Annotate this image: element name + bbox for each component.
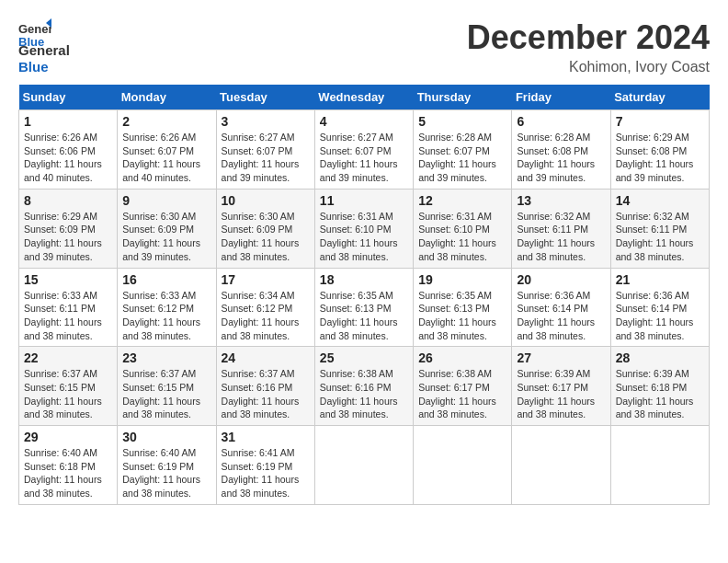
day-info: Sunrise: 6:36 AM Sunset: 6:14 PM Dayligh… (517, 289, 605, 343)
calendar-cell: 3Sunrise: 6:27 AM Sunset: 6:07 PM Daylig… (216, 110, 314, 190)
calendar-cell: 24Sunrise: 6:37 AM Sunset: 6:16 PM Dayli… (216, 347, 314, 426)
day-number: 12 (418, 193, 506, 208)
header-thursday: Thursday (414, 85, 512, 110)
day-number: 30 (122, 430, 210, 444)
calendar-cell: 1Sunrise: 6:26 AM Sunset: 6:06 PM Daylig… (19, 110, 118, 190)
day-info: Sunrise: 6:32 AM Sunset: 6:11 PM Dayligh… (616, 210, 704, 264)
svg-text:General: General (18, 22, 51, 36)
calendar-week-2: 8Sunrise: 6:29 AM Sunset: 6:09 PM Daylig… (19, 189, 710, 268)
calendar-cell: 11Sunrise: 6:31 AM Sunset: 6:10 PM Dayli… (314, 189, 413, 268)
day-number: 26 (418, 350, 506, 365)
day-number: 29 (24, 430, 112, 444)
day-info: Sunrise: 6:41 AM Sunset: 6:19 PM Dayligh… (222, 446, 310, 500)
day-info: Sunrise: 6:38 AM Sunset: 6:16 PM Dayligh… (320, 367, 408, 421)
logo-blue: Blue (18, 59, 70, 75)
day-info: Sunrise: 6:35 AM Sunset: 6:13 PM Dayligh… (418, 289, 506, 343)
day-number: 10 (222, 193, 310, 208)
day-info: Sunrise: 6:40 AM Sunset: 6:19 PM Dayligh… (122, 446, 210, 500)
day-number: 28 (616, 350, 704, 365)
header-monday: Monday (118, 85, 216, 110)
day-info: Sunrise: 6:36 AM Sunset: 6:14 PM Dayligh… (616, 289, 704, 343)
day-info: Sunrise: 6:27 AM Sunset: 6:07 PM Dayligh… (320, 131, 408, 185)
day-info: Sunrise: 6:30 AM Sunset: 6:09 PM Dayligh… (222, 210, 310, 264)
header-friday: Friday (512, 85, 610, 110)
calendar-header-row: SundayMondayTuesdayWednesdayThursdayFrid… (19, 85, 710, 110)
day-number: 25 (320, 350, 408, 365)
day-info: Sunrise: 6:28 AM Sunset: 6:07 PM Dayligh… (418, 131, 506, 185)
day-info: Sunrise: 6:29 AM Sunset: 6:09 PM Dayligh… (24, 210, 112, 264)
day-info: Sunrise: 6:32 AM Sunset: 6:11 PM Dayligh… (517, 210, 605, 264)
calendar-cell: 29Sunrise: 6:40 AM Sunset: 6:18 PM Dayli… (19, 426, 118, 505)
calendar-cell (314, 426, 413, 505)
calendar-cell: 2Sunrise: 6:26 AM Sunset: 6:07 PM Daylig… (118, 110, 216, 190)
day-info: Sunrise: 6:37 AM Sunset: 6:15 PM Dayligh… (24, 367, 112, 421)
month-title: December 2024 (467, 18, 710, 57)
title-section: December 2024 Kohimon, Ivory Coast (467, 18, 710, 75)
day-info: Sunrise: 6:29 AM Sunset: 6:08 PM Dayligh… (616, 131, 704, 185)
day-info: Sunrise: 6:37 AM Sunset: 6:16 PM Dayligh… (222, 367, 310, 421)
calendar-cell: 23Sunrise: 6:37 AM Sunset: 6:15 PM Dayli… (118, 347, 216, 426)
day-info: Sunrise: 6:33 AM Sunset: 6:12 PM Dayligh… (122, 289, 210, 343)
calendar-cell: 26Sunrise: 6:38 AM Sunset: 6:17 PM Dayli… (414, 347, 512, 426)
logo: General Blue General Blue (18, 18, 70, 75)
calendar-cell (610, 426, 709, 505)
day-number: 31 (222, 430, 310, 444)
calendar-cell: 13Sunrise: 6:32 AM Sunset: 6:11 PM Dayli… (512, 189, 610, 268)
day-info: Sunrise: 6:37 AM Sunset: 6:15 PM Dayligh… (122, 367, 210, 421)
calendar-cell: 25Sunrise: 6:38 AM Sunset: 6:16 PM Dayli… (314, 347, 413, 426)
day-number: 8 (24, 193, 112, 208)
calendar-table: SundayMondayTuesdayWednesdayThursdayFrid… (18, 85, 710, 505)
day-info: Sunrise: 6:26 AM Sunset: 6:07 PM Dayligh… (122, 131, 210, 185)
header-wednesday: Wednesday (314, 85, 413, 110)
day-number: 2 (122, 114, 210, 129)
header-saturday: Saturday (610, 85, 709, 110)
day-number: 18 (320, 272, 408, 287)
day-number: 11 (320, 193, 408, 208)
day-number: 5 (418, 114, 506, 129)
day-info: Sunrise: 6:26 AM Sunset: 6:06 PM Dayligh… (24, 131, 112, 185)
day-info: Sunrise: 6:34 AM Sunset: 6:12 PM Dayligh… (222, 289, 310, 343)
calendar-cell: 18Sunrise: 6:35 AM Sunset: 6:13 PM Dayli… (314, 268, 413, 347)
calendar-cell: 21Sunrise: 6:36 AM Sunset: 6:14 PM Dayli… (610, 268, 709, 347)
logo-general: General (18, 42, 70, 59)
calendar-cell: 6Sunrise: 6:28 AM Sunset: 6:08 PM Daylig… (512, 110, 610, 190)
day-number: 9 (122, 193, 210, 208)
day-info: Sunrise: 6:40 AM Sunset: 6:18 PM Dayligh… (24, 446, 112, 500)
calendar-cell: 17Sunrise: 6:34 AM Sunset: 6:12 PM Dayli… (216, 268, 314, 347)
location-subtitle: Kohimon, Ivory Coast (467, 59, 710, 75)
calendar-cell: 9Sunrise: 6:30 AM Sunset: 6:09 PM Daylig… (118, 189, 216, 268)
calendar-cell: 22Sunrise: 6:37 AM Sunset: 6:15 PM Dayli… (19, 347, 118, 426)
calendar-cell: 28Sunrise: 6:39 AM Sunset: 6:18 PM Dayli… (610, 347, 709, 426)
calendar-cell: 4Sunrise: 6:27 AM Sunset: 6:07 PM Daylig… (314, 110, 413, 190)
day-number: 17 (222, 272, 310, 287)
calendar-week-4: 22Sunrise: 6:37 AM Sunset: 6:15 PM Dayli… (19, 347, 710, 426)
calendar-cell: 5Sunrise: 6:28 AM Sunset: 6:07 PM Daylig… (414, 110, 512, 190)
day-number: 21 (616, 272, 704, 287)
day-info: Sunrise: 6:39 AM Sunset: 6:17 PM Dayligh… (517, 367, 605, 421)
calendar-cell: 20Sunrise: 6:36 AM Sunset: 6:14 PM Dayli… (512, 268, 610, 347)
day-info: Sunrise: 6:30 AM Sunset: 6:09 PM Dayligh… (122, 210, 210, 264)
day-number: 15 (24, 272, 112, 287)
header-sunday: Sunday (19, 85, 118, 110)
calendar-cell: 14Sunrise: 6:32 AM Sunset: 6:11 PM Dayli… (610, 189, 709, 268)
day-number: 13 (517, 193, 605, 208)
calendar-cell: 27Sunrise: 6:39 AM Sunset: 6:17 PM Dayli… (512, 347, 610, 426)
header-tuesday: Tuesday (216, 85, 314, 110)
day-number: 7 (616, 114, 704, 129)
calendar-week-3: 15Sunrise: 6:33 AM Sunset: 6:11 PM Dayli… (19, 268, 710, 347)
day-info: Sunrise: 6:31 AM Sunset: 6:10 PM Dayligh… (418, 210, 506, 264)
day-number: 20 (517, 272, 605, 287)
day-number: 6 (517, 114, 605, 129)
day-info: Sunrise: 6:33 AM Sunset: 6:11 PM Dayligh… (24, 289, 112, 343)
calendar-cell: 10Sunrise: 6:30 AM Sunset: 6:09 PM Dayli… (216, 189, 314, 268)
calendar-week-1: 1Sunrise: 6:26 AM Sunset: 6:06 PM Daylig… (19, 110, 710, 190)
day-number: 14 (616, 193, 704, 208)
day-number: 19 (418, 272, 506, 287)
calendar-cell: 12Sunrise: 6:31 AM Sunset: 6:10 PM Dayli… (414, 189, 512, 268)
day-info: Sunrise: 6:28 AM Sunset: 6:08 PM Dayligh… (517, 131, 605, 185)
day-info: Sunrise: 6:35 AM Sunset: 6:13 PM Dayligh… (320, 289, 408, 343)
day-number: 22 (24, 350, 112, 365)
calendar-cell: 16Sunrise: 6:33 AM Sunset: 6:12 PM Dayli… (118, 268, 216, 347)
calendar-cell: 7Sunrise: 6:29 AM Sunset: 6:08 PM Daylig… (610, 110, 709, 190)
day-info: Sunrise: 6:31 AM Sunset: 6:10 PM Dayligh… (320, 210, 408, 264)
